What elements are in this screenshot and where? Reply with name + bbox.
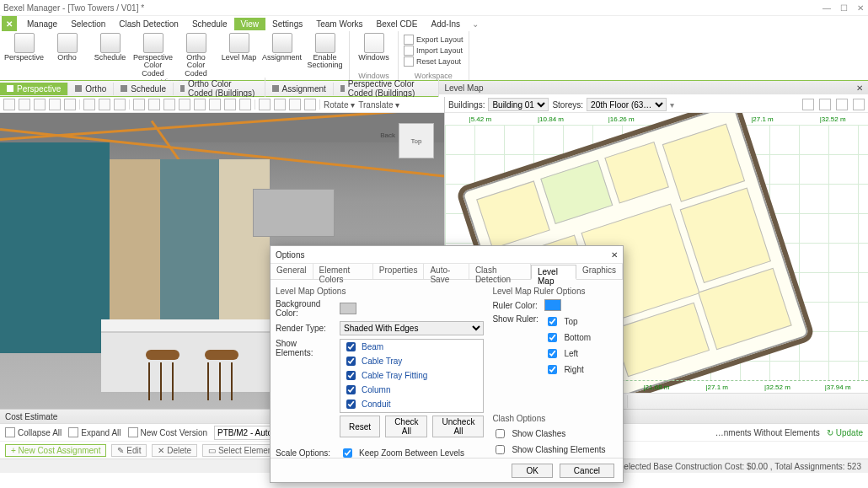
tool-icon[interactable] <box>239 99 251 110</box>
levelmap-close-icon[interactable]: ✕ <box>856 83 863 93</box>
menu-bexel-cde[interactable]: Bexel CDE <box>370 18 425 30</box>
bgcolor-swatch[interactable] <box>340 303 356 314</box>
levelmap-tool-icon[interactable] <box>836 99 848 110</box>
update-button[interactable]: ↻ Update <box>827 428 863 437</box>
viewtab-assignment[interactable]: Assignment <box>265 83 334 95</box>
rendertype-select[interactable]: Shaded With Edges <box>340 321 484 335</box>
tool-icon[interactable] <box>179 99 190 110</box>
clash-option-checkbox[interactable]: Show Clashes <box>492 426 618 441</box>
close-icon[interactable]: ✕ <box>856 3 865 13</box>
cancel-button[interactable]: Cancel <box>560 464 614 478</box>
tool-icon[interactable] <box>133 99 145 110</box>
tool-icon[interactable] <box>19 99 30 110</box>
clash-option-checkbox[interactable]: Show Clashing Elements <box>492 442 618 457</box>
tool-icon[interactable] <box>163 99 175 110</box>
new-cost-version-button[interactable]: New Cost Version <box>128 427 207 437</box>
viewcube[interactable]: Top <box>399 123 434 158</box>
rotate-dropdown[interactable]: Rotate ▾ <box>324 100 355 110</box>
minimize-icon[interactable]: — <box>822 3 831 13</box>
tool-icon[interactable] <box>274 99 286 110</box>
options-tab-auto-save[interactable]: Auto-Save <box>424 264 469 279</box>
workspace-export-layout[interactable]: Export Layout <box>404 35 463 45</box>
viewtab-perspective[interactable]: Perspective <box>0 83 68 95</box>
element-checkbox[interactable] <box>346 385 356 394</box>
ruler-color-swatch[interactable] <box>544 299 561 311</box>
ribbon-enable-sectioning-button[interactable]: Enable Sectioning <box>306 33 344 78</box>
element-checkbox[interactable] <box>346 342 356 351</box>
edit-button[interactable]: ✎ Edit <box>111 444 147 457</box>
options-tab-graphics[interactable]: Graphics <box>576 264 623 279</box>
maximize-icon[interactable]: ☐ <box>839 3 848 13</box>
buildings-select[interactable]: Building 01 <box>488 98 549 111</box>
tool-icon[interactable] <box>194 99 206 110</box>
menu-clash-detection[interactable]: Clash Detection <box>112 18 185 30</box>
new-cost-assignment-button[interactable]: + New Cost Assignment <box>5 444 106 457</box>
options-tab-level-map[interactable]: Level Map <box>531 265 576 280</box>
delete-button[interactable]: ✕ Delete <box>152 444 197 457</box>
ribbon-ortho-button[interactable]: Ortho <box>48 33 86 78</box>
ribbon-assignment-button[interactable]: Assignment <box>263 33 301 78</box>
options-close-icon[interactable]: ✕ <box>611 250 618 260</box>
menu-settings[interactable]: Settings <box>265 18 309 30</box>
without-elements-button[interactable]: …nments Without Elements <box>715 428 820 437</box>
workspace-reset-layout[interactable]: Reset Layout <box>404 56 463 67</box>
tool-icon[interactable] <box>99 99 110 110</box>
tool-icon[interactable] <box>34 99 46 110</box>
show-ruler-bottom-checkbox[interactable]: Bottom <box>544 330 591 345</box>
ribbon-ortho-color-coded-button[interactable]: Ortho Color Coded <box>177 33 215 78</box>
levelmap-tool-icon[interactable] <box>853 99 865 110</box>
element-item[interactable]: Conduit Fitting <box>340 411 483 413</box>
element-checkbox[interactable] <box>346 357 356 366</box>
menu-team-works[interactable]: Team Works <box>309 18 369 30</box>
menu-selection[interactable]: Selection <box>64 18 112 30</box>
menu-overflow-icon[interactable]: ⌄ <box>467 18 484 30</box>
element-item[interactable]: Beam <box>340 340 483 354</box>
ribbon-windows-button[interactable]: Windows <box>355 33 393 62</box>
tool-icon[interactable] <box>64 99 76 110</box>
tool-icon[interactable] <box>49 99 61 110</box>
tool-icon[interactable] <box>3 99 15 110</box>
tool-icon[interactable] <box>304 99 316 110</box>
element-checkbox[interactable] <box>346 400 356 409</box>
check-all-button[interactable]: Check All <box>385 416 427 437</box>
ribbon-perspective-color-coded-button[interactable]: Perspective Color Coded <box>134 33 172 78</box>
tool-icon[interactable] <box>83 99 95 110</box>
reset-button[interactable]: Reset <box>340 416 380 437</box>
menu-add-ins[interactable]: Add-Ins <box>425 18 467 30</box>
menu-manage[interactable]: Manage <box>20 18 64 30</box>
viewtab-schedule[interactable]: Schedule <box>114 83 174 95</box>
menu-view[interactable]: View <box>234 18 266 30</box>
ok-button[interactable]: OK <box>512 464 552 478</box>
show-ruler-right-checkbox[interactable]: Right <box>544 362 591 377</box>
options-tab-element-colors[interactable]: Element Colors <box>313 264 373 279</box>
menu-schedule[interactable]: Schedule <box>185 18 234 30</box>
options-tab-clash-detection[interactable]: Clash Detection <box>469 264 531 279</box>
levelmap-tool-icon[interactable] <box>819 99 831 110</box>
storeys-select[interactable]: 20th Floor (63… <box>587 98 667 111</box>
ribbon-level-map-button[interactable]: Level Map <box>220 33 258 78</box>
ribbon-perspective-button[interactable]: Perspective <box>5 33 43 78</box>
element-item[interactable]: Conduit <box>340 397 483 411</box>
keep-zoom-checkbox[interactable]: Keep Zoom Between Levels <box>340 446 464 458</box>
element-item[interactable]: Cable Tray Fitting <box>340 368 483 383</box>
show-ruler-top-checkbox[interactable]: Top <box>544 314 591 329</box>
tool-icon[interactable] <box>114 99 126 110</box>
translate-dropdown[interactable]: Translate ▾ <box>358 100 399 110</box>
tool-icon[interactable] <box>224 99 236 110</box>
element-item[interactable]: Column <box>340 383 483 397</box>
tool-icon[interactable] <box>148 99 160 110</box>
collapse-all-button[interactable]: Collapse All <box>5 427 62 437</box>
tool-icon[interactable] <box>259 99 271 110</box>
elements-listbox[interactable]: BeamCable TrayCable Tray FittingColumnCo… <box>340 339 484 413</box>
tool-icon[interactable] <box>289 99 301 110</box>
ribbon-schedule-button[interactable]: Schedule <box>91 33 129 78</box>
uncheck-all-button[interactable]: Uncheck All <box>432 416 484 437</box>
levelmap-tool-icon[interactable] <box>802 99 814 110</box>
expand-all-button[interactable]: Expand All <box>68 427 121 437</box>
show-ruler-left-checkbox[interactable]: Left <box>544 346 591 361</box>
element-checkbox[interactable] <box>346 371 356 380</box>
element-item[interactable]: Cable Tray <box>340 354 483 368</box>
options-tab-properties[interactable]: Properties <box>373 264 425 279</box>
tool-icon[interactable] <box>209 99 221 110</box>
options-tab-general[interactable]: General <box>271 264 313 279</box>
